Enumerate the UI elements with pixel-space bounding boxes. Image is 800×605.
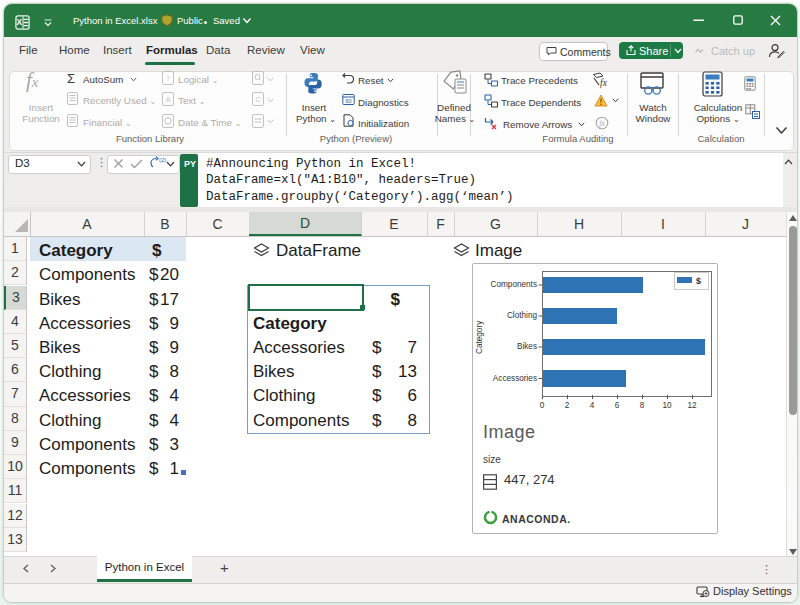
svg-text:60: 60	[345, 98, 351, 104]
svg-text:C: C	[255, 96, 260, 103]
svg-text:X: X	[17, 17, 23, 27]
svg-text:fx: fx	[599, 119, 605, 128]
svg-text:fx: fx	[600, 78, 608, 88]
svg-text:?: ?	[166, 75, 170, 82]
svg-text:A: A	[166, 96, 171, 103]
